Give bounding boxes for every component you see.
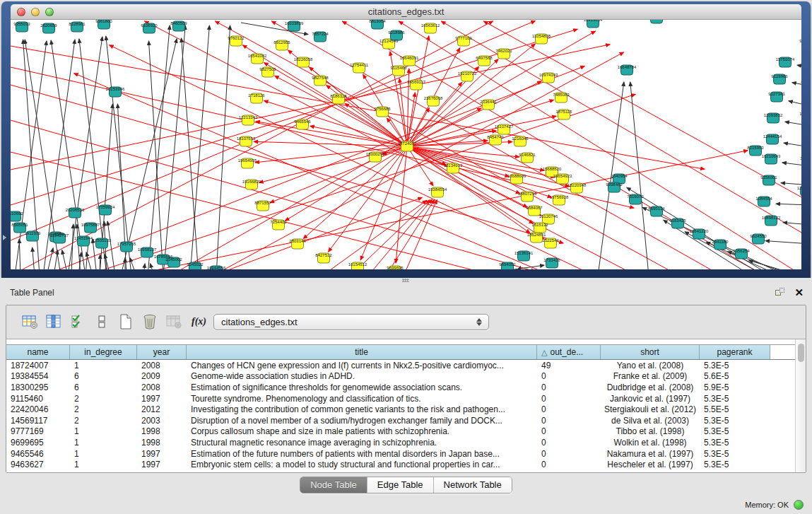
table-row[interactable]: 1830029562008Estimation of significance … [6,382,795,393]
graph-node-label: 18107553 [237,136,256,141]
graph-node-label: 20153346 [106,87,125,91]
cell-name: 9465546 [6,449,70,459]
float-panel-icon[interactable] [775,288,786,298]
table-row[interactable]: 1938455462009Genome-wide association stu… [6,371,795,382]
cell-short: Nakamura et al. (1997) [601,449,700,459]
memory-status-dot[interactable] [794,500,804,510]
frame-collapse-arrow-icon[interactable] [3,235,6,240]
graph-node-label: 2941180 [712,240,729,244]
graph-node-label: 2718126 [248,93,265,98]
graph-node-label: 12754411 [350,63,369,67]
graph-node-label: 9356254 [733,249,750,253]
table-scrollbar[interactable] [795,339,806,472]
graph-node-label: 9129966 [771,74,788,78]
close-panel-icon[interactable]: ✕ [794,288,804,298]
cell-pagerank: 5.6E-5 [700,371,770,381]
column-header-out_degree[interactable]: △out_de... [537,345,601,359]
graph-node-label: 2620659 [40,23,57,28]
table-select-value: citations_edges.txt [214,317,473,327]
graph-node-label: 9218986 [388,30,405,35]
table-row[interactable]: 1456911722003Disruption of a novel membe… [6,415,795,426]
new-file-icon[interactable] [115,312,136,332]
graph-node-label: 12093832 [764,113,783,117]
column-header-name[interactable]: name [6,345,70,359]
table-scrollbar-thumb[interactable] [798,344,804,362]
table-row[interactable]: 946362711997Embryonic stem cells: a mode… [6,459,795,470]
cell-in_degree: 1 [70,361,137,370]
cell-short: Dudbridge et al. (2008) [601,382,700,392]
column-header-short[interactable]: short [601,345,700,359]
maximize-window-button[interactable] [45,8,54,16]
graph-node-label: 9465546 [294,119,311,124]
minimize-window-button[interactable] [31,8,40,16]
graph-node-label: 19654923 [553,174,572,178]
graph-node-label: 7485083 [553,93,570,97]
column-header-title[interactable]: title [187,345,537,359]
cell-out_degree: 0 [537,426,601,436]
row-height-icon[interactable] [91,312,112,332]
cell-short: Yano et al. (2008) [601,361,700,370]
column-header-pagerank[interactable]: pagerank [700,345,770,359]
graph-node-label: 16120746 [539,214,558,218]
cell-out_degree: 0 [537,449,601,459]
cell-short: Jankovic et al. (1997) [601,394,700,404]
graph-node-label: 12444154 [763,134,782,139]
tab-node-table[interactable]: Node Table [300,477,367,493]
tab-network-table[interactable]: Network Table [433,477,512,493]
network-window: citations_edges.txt 18724007183002951938… [1,1,811,278]
column-header-in_degree[interactable]: in_degree [70,345,137,359]
table-select-dropdown[interactable]: citations_edges.txt [213,314,489,330]
cell-title: Structural magnetic resonance image aver… [187,438,537,448]
table-row[interactable]: 946554611997Estimation of the future num… [6,448,795,460]
cell-title: Changes of HCN gene expression and I(f) … [187,361,537,370]
graph-node-label: 16210643 [762,154,781,158]
network-window-titlebar[interactable]: citations_edges.txt [11,4,801,20]
table-row[interactable]: 2242004622012Investigating the contribut… [6,404,795,415]
graph-node-label: 8690134 [648,206,665,211]
graph-node-label: 9624550 [750,234,767,238]
graph-node-label: 1084554 [755,197,772,201]
graph-node-label: 15136141 [514,251,534,255]
graph-node-label: 14569117 [407,80,426,84]
graph-node-label: 15134913 [444,163,463,168]
sort-ascending-icon: △ [541,348,547,357]
cell-pagerank: 5.3E-5 [700,460,770,469]
cell-short: Franke et al. (2009) [601,371,700,381]
graph-node-label: 7254402 [270,220,287,224]
cell-year: 1997 [137,394,187,404]
graph-node-teal[interactable] [651,20,663,23]
graph-node-label: 10944556 [207,266,226,269]
table-row[interactable]: 969969511998Structural magnetic resonanc… [6,437,795,448]
delete-table-icon [163,312,184,332]
graph-node-label: 1463321 [799,112,801,116]
graph-node-label: 15688520 [543,167,562,171]
node-table[interactable]: namein_degreeyeartitle△out_de...shortpag… [6,339,806,472]
cell-out_degree: 0 [537,438,601,448]
graph-node-label: 16107427 [495,124,514,129]
window-title: citations_edges.txt [368,6,445,17]
select-rows-icon[interactable] [67,312,88,332]
table-column-icon[interactable] [43,312,64,332]
graph-node-label: 19384554 [428,187,447,192]
table-row[interactable]: 977716911998Corpus callosum shape and si… [6,426,795,438]
table-tabs-bar: Node TableEdge TableNetwork Table [0,477,812,493]
graph-node-label: 8460509 [170,21,187,25]
graph-node-label: 20206536 [66,208,85,212]
table-row[interactable]: 1872400712008Changes of HCN gene express… [6,360,795,371]
table-settings-icon[interactable] [19,312,40,332]
graph-node-label: 10975887 [81,223,100,227]
panel-splitter[interactable] [0,278,812,284]
cell-out_degree: 0 [537,416,601,426]
table-toolbar: f(x) citations_edges.txt [6,305,806,338]
graph-node-label: 2336441 [480,100,497,104]
graph-node-label: 9777169 [455,36,472,40]
network-canvas[interactable]: 1872400718300295193845542718126122133431… [11,20,801,269]
network-graph[interactable]: 1872400718300295193845542718126122133431… [11,20,801,269]
function-builder-icon[interactable]: f(x) [192,316,206,327]
delete-rows-icon[interactable] [139,312,160,332]
cell-year: 1997 [137,449,187,459]
column-header-year[interactable]: year [137,345,187,359]
table-row[interactable]: 911546021997Tourette syndrome. Phenomeno… [6,393,795,404]
tab-edge-table[interactable]: Edge Table [367,477,433,493]
close-window-button[interactable] [17,8,25,16]
